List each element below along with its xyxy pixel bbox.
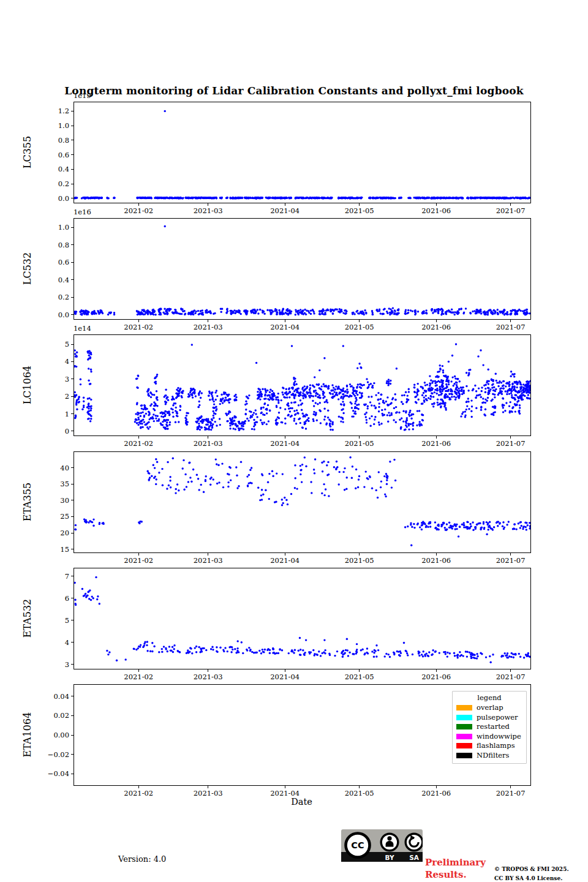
sa-label: SA — [409, 854, 420, 861]
y-tick-label: 0.2 — [58, 293, 69, 301]
x-tick-mark — [285, 553, 285, 556]
x-tick-mark — [208, 203, 208, 206]
y-tick-mark — [71, 344, 74, 345]
x-tick-mark — [208, 669, 208, 672]
x-tick-label: 2021-06 — [421, 789, 451, 797]
y-tick-mark — [71, 642, 74, 643]
legend-entry-label: pulsepower — [477, 714, 518, 722]
x-tick-label: 2021-02 — [124, 673, 153, 681]
y-tick-label: 5 — [65, 340, 69, 349]
x-tick-label: 2021-07 — [496, 206, 526, 215]
legend-entry: restarted — [456, 722, 522, 732]
x-tick-label: 2021-04 — [270, 439, 300, 448]
x-tick-mark — [359, 203, 360, 206]
x-tick-mark — [359, 553, 360, 556]
y-tick-mark — [71, 774, 74, 774]
scatter-points — [74, 335, 530, 435]
x-tick-label: 2021-06 — [421, 556, 451, 565]
y-tick-label: 6 — [65, 594, 69, 603]
axis-offset-label: 1e14 — [74, 324, 91, 333]
y-tick-mark — [71, 154, 74, 155]
y-tick-label: 7 — [65, 572, 69, 581]
x-tick-label: 2021-02 — [124, 206, 153, 215]
y-tick-label: 30 — [60, 496, 69, 505]
x-tick-label: 2021-05 — [345, 556, 374, 565]
y-tick-label: 1.0 — [58, 121, 69, 130]
x-tick-mark — [138, 320, 139, 322]
y-tick-label: −0.02 — [48, 750, 69, 759]
x-tick-mark — [510, 553, 511, 556]
flashlamps-swatch — [456, 743, 472, 748]
x-tick-label: 2021-06 — [421, 206, 451, 215]
legend-entry: pulsepower — [456, 713, 522, 723]
x-tick-mark — [436, 669, 437, 672]
scatter-points — [74, 568, 530, 669]
legend-entry: NDfilters — [456, 751, 522, 761]
x-tick-label: 2021-07 — [496, 789, 526, 797]
x-tick-mark — [285, 203, 285, 206]
y-tick-mark — [71, 184, 74, 184]
x-tick-mark — [510, 320, 511, 322]
x-tick-mark — [359, 786, 360, 788]
x-tick-mark — [138, 669, 139, 672]
x-tick-mark — [510, 436, 511, 439]
y-axis-label: LC532 — [15, 218, 40, 318]
cc-icon-text: CC — [351, 840, 364, 850]
y-tick-label: 40 — [60, 464, 69, 472]
x-tick-label: 2021-03 — [194, 439, 223, 448]
x-tick-label: 2021-06 — [421, 673, 451, 681]
y-tick-mark — [71, 297, 74, 298]
x-tick-label: 2021-02 — [124, 439, 153, 448]
y-tick-label: 0.04 — [53, 692, 69, 701]
y-tick-mark — [71, 361, 74, 362]
y-tick-mark — [71, 664, 74, 665]
y-tick-label: 20 — [60, 529, 69, 537]
y-tick-label: 0.6 — [58, 151, 69, 159]
y-tick-mark — [71, 735, 74, 736]
x-tick-label: 2021-05 — [345, 323, 374, 331]
y-axis-label: ETA532 — [15, 568, 40, 668]
x-tick-mark — [285, 436, 285, 439]
y-tick-mark — [71, 516, 74, 517]
legend-entry: windowwipe — [456, 732, 522, 742]
x-tick-mark — [285, 786, 285, 788]
axes-area: 1520253035402021-022021-032021-042021-05… — [74, 451, 531, 553]
y-tick-mark — [71, 279, 74, 280]
legend-entry-label: overlap — [477, 704, 503, 712]
y-tick-label: 0.2 — [58, 179, 69, 188]
y-axis-label: ETA1064 — [15, 684, 40, 785]
x-tick-mark — [138, 786, 139, 788]
x-tick-mark — [510, 786, 511, 788]
legend-entry-label: NDfilters — [477, 752, 509, 760]
y-tick-label: −0.04 — [48, 769, 69, 778]
y-axis-label: ETA355 — [15, 451, 40, 552]
windowwipe-swatch — [456, 734, 472, 739]
x-tick-label: 2021-03 — [194, 206, 223, 215]
x-tick-mark — [285, 320, 285, 322]
y-tick-label: 35 — [60, 480, 69, 488]
legend-title: legend — [456, 693, 522, 702]
x-tick-label: 2021-06 — [421, 323, 451, 331]
subplot-lc355: 1e19 LC355 0.00.20.40.60.81.01.22021-022… — [74, 102, 530, 202]
x-tick-label: 2021-07 — [496, 323, 526, 331]
copyright-license-note: © TROPOS & FMI 2025. CC BY SA 4.0 Licens… — [494, 865, 569, 882]
x-tick-label: 2021-03 — [194, 789, 223, 797]
scatter-points — [74, 219, 530, 319]
axes-area: 0.00.20.40.60.81.01.22021-022021-032021-… — [74, 102, 531, 203]
y-tick-mark — [71, 396, 74, 397]
y-tick-label: 4 — [65, 638, 69, 647]
x-tick-label: 2021-05 — [345, 673, 374, 681]
subplot-eta532: ETA532 345672021-022021-032021-042021-05… — [74, 568, 530, 668]
y-tick-label: 1.2 — [58, 107, 69, 115]
y-tick-mark — [71, 467, 74, 468]
x-tick-label: 2021-07 — [496, 439, 526, 448]
legend-entry: flashlamps — [456, 741, 522, 751]
y-tick-label: 0 — [65, 427, 69, 435]
axes-area: 0.00.20.40.60.81.02021-022021-032021-042… — [74, 218, 531, 320]
x-tick-label: 2021-03 — [194, 323, 223, 331]
y-tick-mark — [71, 314, 74, 315]
subplot-eta355: ETA355 1520253035402021-022021-032021-04… — [74, 451, 530, 552]
y-tick-label: 15 — [60, 545, 69, 554]
x-tick-mark — [359, 669, 360, 672]
figure: Longterm monitoring of Lidar Calibration… — [0, 0, 588, 882]
